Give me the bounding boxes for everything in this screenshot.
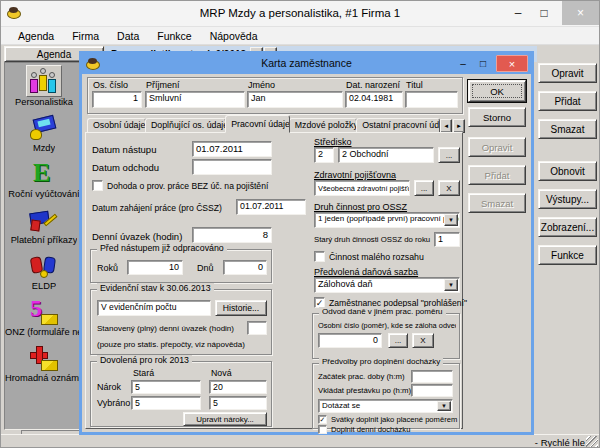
stanoveny-field[interactable] bbox=[247, 321, 267, 335]
dnu-field[interactable]: 0 bbox=[223, 260, 267, 275]
prijmeni-field[interactable]: Smluvní bbox=[145, 91, 245, 108]
karta-zamestnance-dialog: Karta zaměstnance – □ × Os. číslo Příjme… bbox=[79, 51, 534, 435]
dialog-close-icon[interactable]: × bbox=[496, 55, 528, 72]
pojistovna-browse-button[interactable]: ... bbox=[414, 180, 434, 196]
sidebar-item-personalistika[interactable]: Personalistika bbox=[5, 65, 83, 107]
tab-pracovni-udaje[interactable]: Pracovní údaje bbox=[225, 115, 290, 133]
evidencni-stav-field[interactable]: V evidenčním počtu bbox=[97, 300, 211, 316]
narozeni-field[interactable]: 02.04.1981 bbox=[345, 91, 403, 108]
jmeno-field[interactable]: Jan bbox=[247, 91, 343, 108]
dialog-maximize-icon[interactable]: □ bbox=[475, 56, 491, 71]
sidebar-item-onz[interactable]: 5 ONZ (formuláře nem bbox=[5, 297, 83, 337]
rocni-vyuctovani-icon: E bbox=[28, 159, 60, 189]
maly-rozsah-checkbox[interactable]: Činnost malého rozsahu bbox=[314, 251, 424, 262]
vystupy-button[interactable]: Výstupy... bbox=[538, 189, 597, 209]
pracovni-udaje-panel: Datum nástupu 01.07.2011 Datum odchodu D… bbox=[85, 132, 463, 429]
druh-ossz-dropdown[interactable]: 1 jeden (popřípadě první) pracovní poměr… bbox=[314, 212, 460, 228]
checkbox-check-icon: ✓ bbox=[318, 415, 327, 424]
osobni-browse-button[interactable]: ... bbox=[388, 333, 408, 348]
dialog-opravit-button[interactable]: Opravit bbox=[468, 137, 526, 157]
datum-odchodu-field[interactable] bbox=[192, 159, 272, 175]
storno-button[interactable]: Storno bbox=[468, 107, 526, 127]
smazat-button[interactable]: Smazat bbox=[538, 119, 597, 139]
menu-funkce[interactable]: Funkce bbox=[148, 28, 200, 44]
dialog-tab-scroll-right-icon[interactable]: ► bbox=[453, 119, 465, 133]
osobni-clear-button[interactable]: X bbox=[412, 333, 434, 348]
checkbox-box bbox=[92, 180, 103, 191]
sidebar-item-hromadna-oznameni[interactable]: Hromadná oznámení bbox=[5, 343, 83, 383]
zahajeni-field[interactable]: 01.07.2011 bbox=[236, 199, 306, 215]
stredisko-nazev-field[interactable]: 2 Obchodní bbox=[338, 147, 434, 163]
narok-nova-field[interactable]: 20 bbox=[209, 380, 267, 394]
opravit-button[interactable]: Opravit bbox=[538, 63, 597, 83]
dialog-minimize-icon[interactable]: – bbox=[455, 56, 471, 71]
vybrano-stara-field[interactable]: 5 bbox=[131, 396, 201, 410]
dialog-pridat-button[interactable]: Přidat bbox=[468, 165, 526, 185]
narok-stara-field[interactable]: 5 bbox=[131, 380, 201, 394]
uvazek-field[interactable]: 8 bbox=[192, 227, 272, 243]
dropdown-arrow-icon[interactable]: ▼ bbox=[437, 401, 451, 411]
dropdown-arrow-icon[interactable]: ▼ bbox=[444, 279, 458, 291]
odvod-group-title: Odvod daně v jiném prac. poměru bbox=[319, 307, 446, 316]
titul-field[interactable] bbox=[405, 91, 458, 108]
dialog-smazat-button[interactable]: Smazat bbox=[468, 193, 526, 213]
pojistovna-field[interactable]: Všeobecná zdravotní pojišťovna bbox=[314, 180, 410, 196]
tab-doplnujici-udaje[interactable]: Doplňující os. údaje bbox=[145, 118, 226, 133]
roku-field[interactable]: 10 bbox=[127, 260, 183, 275]
resize-grip-icon[interactable] bbox=[586, 436, 598, 448]
doplnit-checkbox[interactable]: Doplnit denní docházku bbox=[318, 425, 410, 434]
stary-druh-label: Starý druh činnosti OSSZ do roku 2011 bbox=[314, 235, 432, 244]
stary-druh-field[interactable]: 1 bbox=[434, 232, 460, 247]
close-icon[interactable]: × bbox=[562, 1, 599, 25]
ok-button[interactable]: OK bbox=[468, 80, 526, 102]
predvolby-group-title: Předvolby pro doplnění docházky bbox=[319, 357, 443, 366]
dohoda-checkbox[interactable]: Dohoda o prov. práce BEZ úč. na pojištěn… bbox=[92, 180, 268, 191]
dialog-tab-scroll-left-icon[interactable]: ◄ bbox=[440, 119, 452, 133]
status-bar: - Rychlé hle bbox=[1, 434, 599, 448]
stredisko-cislo-field[interactable]: 2 bbox=[314, 147, 334, 163]
dialog-titlebar: Karta zaměstnance – □ × bbox=[82, 54, 531, 74]
menu-napoveda[interactable]: Nápověda bbox=[201, 28, 267, 44]
pojistovna-label: Zdravotní pojišťovna bbox=[314, 170, 396, 180]
sidebar-item-mzdy[interactable]: Mzdy bbox=[5, 113, 83, 153]
prestavka-field[interactable] bbox=[411, 384, 453, 397]
pojistovna-clear-button[interactable]: X bbox=[438, 180, 460, 196]
dropdown-arrow-icon[interactable]: ▼ bbox=[444, 214, 458, 226]
sidebar-item-eldp[interactable]: ELDP bbox=[5, 251, 83, 291]
osobni-cislo-field[interactable]: 0 bbox=[318, 333, 382, 348]
zobrazeni-button[interactable]: Zobrazení... bbox=[538, 217, 597, 237]
historie-button[interactable]: Historie... bbox=[215, 300, 267, 316]
funkce-button[interactable]: Funkce bbox=[538, 245, 597, 265]
roku-label: Roků bbox=[97, 263, 118, 273]
sidebar-item-platebni-prikazy[interactable]: Platební příkazy bbox=[5, 205, 83, 245]
tab-osobni-udaje[interactable]: Osobní údaje bbox=[87, 118, 146, 133]
vybrano-nova-field[interactable]: 5 bbox=[209, 396, 267, 410]
prestavka-label: Vkládat přestávku po (h:m) bbox=[318, 386, 411, 395]
narok-label: Nárok bbox=[97, 382, 121, 392]
menu-data[interactable]: Data bbox=[108, 28, 148, 44]
maximize-icon[interactable]: □ bbox=[533, 1, 555, 25]
tab-ostatni-pracovni[interactable]: Ostatní pracovní úda bbox=[356, 118, 440, 133]
datum-nastupu-label: Datum nástupu bbox=[92, 144, 156, 155]
svatky-checkbox[interactable]: ✓ Svátky doplnit jako placené poměrem bbox=[318, 415, 457, 424]
os-cislo-field[interactable]: 1 bbox=[92, 91, 142, 108]
minimize-icon[interactable]: – bbox=[507, 1, 529, 25]
stredisko-browse-button[interactable]: ... bbox=[438, 147, 460, 163]
obnovit-button[interactable]: Obnovit bbox=[538, 161, 597, 181]
titul-label: Titul bbox=[406, 80, 423, 90]
tab-mzdove-polozky[interactable]: Mzdové položky bbox=[289, 118, 358, 133]
menu-agenda[interactable]: Agenda bbox=[9, 28, 63, 44]
sazba-dropdown[interactable]: Zálohová daň ▼ bbox=[314, 277, 460, 293]
hromadna-oznameni-icon bbox=[28, 343, 60, 373]
sidebar-item-rocni-vyuctovani[interactable]: E Roční vyúčtování bbox=[5, 159, 83, 199]
datum-nastupu-field[interactable]: 01.07.2011 bbox=[192, 141, 272, 157]
dovolena-group-title: Dovolená pro rok 2013 bbox=[97, 355, 192, 365]
menu-firma[interactable]: Firma bbox=[63, 28, 108, 44]
zacatek-field[interactable] bbox=[411, 370, 453, 383]
onz-icon: 5 bbox=[28, 297, 60, 327]
pridat-button[interactable]: Přidat bbox=[538, 91, 597, 111]
sidebar-item-label: ELDP bbox=[32, 281, 56, 291]
dotazat-dropdown[interactable]: Dotázat se ▼ bbox=[318, 399, 453, 413]
upravit-naroky-button[interactable]: Upravit nároky... bbox=[183, 412, 267, 426]
sidebar-item-label: Hromadná oznámení bbox=[5, 373, 83, 383]
